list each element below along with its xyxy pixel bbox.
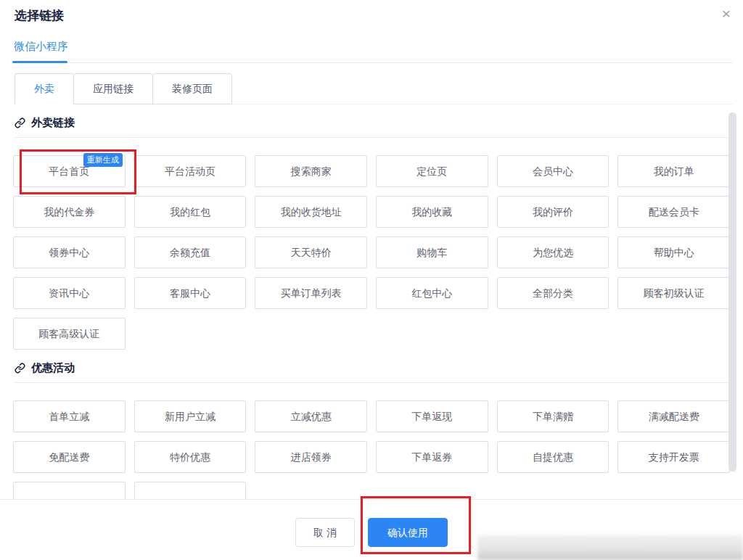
confirm-use-button[interactable]: 确认使用 xyxy=(368,518,448,547)
link-option-button[interactable]: 我的收藏 xyxy=(376,196,488,228)
link-icon xyxy=(15,118,25,128)
link-option-button[interactable]: 下单满赠 xyxy=(497,400,609,432)
link-option-button[interactable]: 下单返现 xyxy=(376,400,488,432)
link-option-button[interactable]: 全部分类 xyxy=(497,277,609,309)
link-option-button[interactable]: 红包中心 xyxy=(376,277,488,309)
section-title: 外卖链接 xyxy=(31,116,75,130)
link-sections-container: 外卖链接平台首页重新生成平台活动页搜索商家定位页会员中心我的订单我的代金券我的红… xyxy=(0,104,743,514)
link-option-button[interactable]: 定位页 xyxy=(376,155,488,187)
link-option-button[interactable]: 顾客初级认证 xyxy=(617,277,730,309)
link-button-grid: 首单立减新用户立减立减优惠下单返现下单满赠满减配送费免配送费特价优惠进店领券下单… xyxy=(13,383,730,514)
link-option-button[interactable]: 我的代金券 xyxy=(13,196,126,228)
blurred-watermark xyxy=(477,535,743,560)
dialog-header: 选择链接 xyxy=(0,0,743,24)
link-option-button[interactable]: 平台活动页 xyxy=(134,155,247,187)
sub-tabs: 外卖应用链接装修页面 xyxy=(15,73,232,104)
link-option-button[interactable]: 余额充值 xyxy=(134,236,247,268)
link-option-button[interactable]: 特价优惠 xyxy=(134,441,247,473)
link-option-button[interactable]: 满减配送费 xyxy=(617,400,730,432)
tab-app-link[interactable]: 应用链接 xyxy=(73,73,153,104)
link-option-button[interactable]: 免配送费 xyxy=(13,441,126,473)
regenerate-badge[interactable]: 重新生成 xyxy=(83,153,123,167)
link-button-grid: 平台首页重新生成平台活动页搜索商家定位页会员中心我的订单我的代金券我的红包我的收… xyxy=(13,138,730,350)
section-title: 优惠活动 xyxy=(31,361,75,375)
active-tab-underline xyxy=(12,61,67,63)
link-option-button[interactable]: 搜索商家 xyxy=(255,155,367,187)
close-icon[interactable]: × xyxy=(717,4,736,23)
link-option-button[interactable]: 配送会员卡 xyxy=(617,196,730,228)
primary-tab-bar: 微信小程序 xyxy=(12,40,733,63)
link-option-button[interactable]: 新用户立减 xyxy=(134,400,247,432)
link-section: 外卖链接平台首页重新生成平台活动页搜索商家定位页会员中心我的订单我的代金券我的红… xyxy=(13,104,730,350)
vertical-scrollbar-thumb[interactable] xyxy=(728,112,736,472)
link-icon xyxy=(15,363,25,374)
link-option-button[interactable]: 立减优惠 xyxy=(255,400,367,432)
link-option-button[interactable]: 我的订单 xyxy=(617,155,730,187)
link-option-button[interactable]: 客服中心 xyxy=(134,277,247,309)
link-option-button[interactable]: 支持开发票 xyxy=(617,441,730,473)
section-header: 外卖链接 xyxy=(13,104,730,138)
link-option-button[interactable]: 自提优惠 xyxy=(497,441,609,473)
link-option-button[interactable]: 天天特价 xyxy=(255,236,367,268)
link-option-button[interactable]: 下单返券 xyxy=(376,441,488,473)
link-option-button[interactable]: 进店领券 xyxy=(255,441,367,473)
tab-wechat-miniprogram[interactable]: 微信小程序 xyxy=(12,40,70,62)
tab-takeout[interactable]: 外卖 xyxy=(15,73,74,104)
section-header: 优惠活动 xyxy=(13,350,730,383)
link-section: 优惠活动首单立减新用户立减立减优惠下单返现下单满赠满减配送费免配送费特价优惠进店… xyxy=(13,350,730,514)
link-option-button[interactable]: 领券中心 xyxy=(13,236,126,268)
link-option-button[interactable]: 我的评价 xyxy=(497,196,609,228)
link-option-button[interactable]: 为您优选 xyxy=(497,236,609,268)
link-option-button[interactable]: 资讯中心 xyxy=(13,277,126,309)
dialog-title: 选择链接 xyxy=(15,7,728,24)
link-option-button[interactable]: 平台首页重新生成 xyxy=(13,155,126,187)
link-option-button[interactable]: 我的红包 xyxy=(134,196,247,228)
link-option-button[interactable]: 会员中心 xyxy=(497,155,609,187)
link-option-button[interactable]: 帮助中心 xyxy=(617,236,730,268)
link-option-button[interactable]: 买单订单列表 xyxy=(255,277,367,309)
cancel-button[interactable]: 取 消 xyxy=(295,518,355,547)
sub-tab-bar: 外卖应用链接装修页面 xyxy=(15,73,733,104)
tab-decoration-page[interactable]: 装修页面 xyxy=(152,73,232,104)
link-option-button[interactable]: 我的收货地址 xyxy=(255,196,367,228)
link-option-button[interactable]: 首单立减 xyxy=(13,400,126,432)
link-option-button[interactable]: 购物车 xyxy=(376,236,488,268)
link-option-button[interactable]: 顾客高级认证 xyxy=(13,318,126,350)
